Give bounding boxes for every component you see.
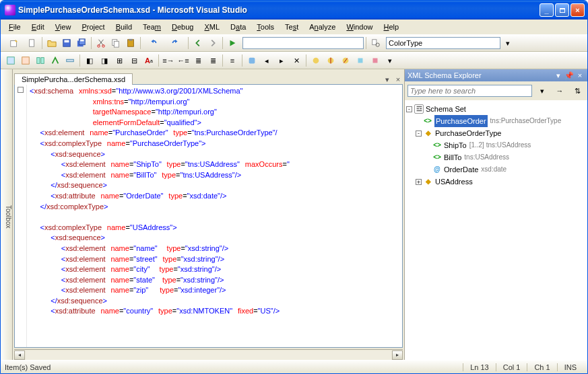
xml-tool-5[interactable] bbox=[63, 54, 77, 67]
menu-help[interactable]: Help bbox=[379, 22, 405, 32]
menu-build[interactable]: Build bbox=[110, 22, 137, 32]
clear-bookmarks-button[interactable]: ✕ bbox=[290, 54, 303, 67]
indent-button[interactable]: ≡→ bbox=[162, 54, 175, 67]
copy-button[interactable] bbox=[109, 36, 123, 50]
sort-button[interactable]: ⇅ bbox=[570, 84, 584, 98]
toolbar-standard: ▾ bbox=[1, 34, 587, 52]
toolbar-overflow-button[interactable]: ▾ bbox=[501, 36, 515, 50]
editor-area: SimplePurcha...derSchema.xsd ▾ × - <xsd:… bbox=[13, 69, 404, 360]
xml-tool-e[interactable] bbox=[368, 54, 382, 67]
new-project-button[interactable] bbox=[4, 36, 24, 50]
status-line: Ln 13 bbox=[463, 363, 496, 371]
code-editor[interactable]: - <xsd:schema xmlns:xsd="http://www.w3.o… bbox=[14, 84, 403, 348]
menu-team[interactable]: Team bbox=[137, 22, 166, 32]
schema-tree[interactable]: -☲Schema Set <>PurchaseOrdertns:Purchase… bbox=[405, 100, 587, 360]
xml-tool-10[interactable]: Aa bbox=[142, 54, 156, 67]
svg-point-21 bbox=[313, 58, 319, 64]
menu-tools[interactable]: Tools bbox=[251, 22, 280, 32]
minimize-button[interactable]: _ bbox=[540, 3, 554, 17]
menu-debug[interactable]: Debug bbox=[166, 22, 199, 32]
save-button[interactable] bbox=[60, 36, 73, 50]
undo-button[interactable] bbox=[143, 36, 164, 50]
nav-forward-button[interactable] bbox=[206, 36, 220, 50]
menu-edit[interactable]: Edit bbox=[26, 22, 50, 32]
menu-test[interactable]: Test bbox=[280, 22, 304, 32]
xml-tool-d[interactable] bbox=[354, 54, 367, 67]
xml-tool-2[interactable] bbox=[19, 54, 32, 67]
toolbar2-overflow-button[interactable]: ▾ bbox=[383, 54, 397, 67]
add-item-button[interactable] bbox=[26, 36, 39, 50]
xml-schema-explorer-panel: XML Schema Explorer ▾ 📌 × ▾ → ⇅ -☲Schema… bbox=[404, 69, 587, 360]
xml-tool-6[interactable]: ◧ bbox=[83, 54, 96, 67]
xml-tool-a[interactable] bbox=[309, 54, 323, 67]
close-button[interactable]: × bbox=[570, 3, 585, 17]
tree-node-shipto[interactable]: <>ShipTo[1..2] tns:USAddress bbox=[406, 139, 586, 151]
status-ch: Ch 1 bbox=[527, 363, 556, 371]
search-dropdown-button[interactable]: ▾ bbox=[535, 84, 549, 98]
xml-tool-3[interactable] bbox=[34, 54, 47, 67]
redo-button[interactable] bbox=[165, 36, 185, 50]
panel-pin-button[interactable]: 📌 bbox=[564, 71, 574, 80]
document-tab[interactable]: SimplePurcha...derSchema.xsd bbox=[14, 73, 133, 85]
menu-data[interactable]: Data bbox=[225, 22, 251, 32]
save-all-button[interactable] bbox=[75, 36, 88, 50]
tree-node-purchaseorder[interactable]: <>PurchaseOrdertns:PurchaseOrderType bbox=[406, 115, 586, 127]
maximize-button[interactable] bbox=[555, 3, 569, 17]
format-button[interactable]: ≡ bbox=[226, 54, 239, 67]
find-in-files-button[interactable] bbox=[369, 36, 383, 50]
menu-xml[interactable]: XML bbox=[199, 22, 225, 32]
paste-button[interactable] bbox=[124, 36, 137, 50]
nav-back-button[interactable] bbox=[191, 36, 205, 50]
xml-tool-9[interactable]: ⊟ bbox=[127, 54, 141, 67]
tree-node-purchaseordertype[interactable]: -◆PurchaseOrderType bbox=[406, 127, 586, 139]
xml-tool-4[interactable] bbox=[48, 54, 62, 67]
horizontal-scrollbar[interactable]: ◂ ▸ bbox=[14, 349, 403, 360]
menu-window[interactable]: Window bbox=[341, 22, 378, 32]
next-bookmark-button[interactable]: ▸ bbox=[275, 54, 288, 67]
svg-rect-16 bbox=[22, 57, 30, 65]
tree-node-schema-set[interactable]: -☲Schema Set bbox=[406, 103, 586, 115]
outline-gutter[interactable]: - bbox=[15, 85, 27, 347]
menu-project[interactable]: Project bbox=[76, 22, 110, 32]
xml-tool-1[interactable] bbox=[4, 54, 18, 67]
scroll-left-button[interactable]: ◂ bbox=[14, 350, 25, 360]
menu-file[interactable]: File bbox=[3, 22, 26, 32]
scroll-right-button[interactable]: ▸ bbox=[392, 350, 403, 360]
titlebar[interactable]: SimplePurchaseOrderSchema.xsd - Microsof… bbox=[1, 1, 587, 20]
cut-button[interactable] bbox=[94, 36, 108, 50]
svg-rect-17 bbox=[37, 58, 40, 64]
menu-analyze[interactable]: Analyze bbox=[304, 22, 341, 32]
svg-rect-15 bbox=[7, 57, 15, 65]
tree-node-orderdate[interactable]: @OrderDatexsd:date bbox=[406, 163, 586, 176]
search-go-button[interactable]: → bbox=[553, 84, 566, 98]
comment-button[interactable]: ≣ bbox=[191, 54, 205, 67]
toolbox-tab[interactable]: Toolbox bbox=[1, 69, 13, 360]
xml-tool-b[interactable] bbox=[324, 54, 337, 67]
svg-rect-25 bbox=[373, 59, 378, 63]
tree-node-usaddress[interactable]: +◆USAddress bbox=[406, 176, 586, 188]
panel-close-button[interactable]: × bbox=[575, 71, 585, 80]
menubar: File Edit View Project Build Team Debug … bbox=[1, 20, 587, 34]
menu-view[interactable]: View bbox=[50, 22, 77, 32]
tab-close-button[interactable]: × bbox=[393, 75, 403, 84]
svg-rect-1 bbox=[30, 40, 34, 47]
uncomment-button[interactable]: ≣ bbox=[206, 54, 220, 67]
main-window: SimplePurchaseOrderSchema.xsd - Microsof… bbox=[0, 0, 588, 374]
tab-dropdown-button[interactable]: ▾ bbox=[383, 75, 392, 84]
panel-header[interactable]: XML Schema Explorer ▾ 📌 × bbox=[405, 69, 587, 81]
open-button[interactable] bbox=[45, 36, 59, 50]
tree-node-billto[interactable]: <>BillTotns:USAddress bbox=[406, 151, 586, 163]
prev-bookmark-button[interactable]: ◂ bbox=[260, 54, 273, 67]
find-combo[interactable] bbox=[386, 37, 500, 49]
app-icon bbox=[5, 5, 15, 15]
xml-tool-7[interactable]: ◨ bbox=[98, 54, 111, 67]
code-text[interactable]: <xsd:schema xmlns:xsd="http://www.w3.org… bbox=[27, 85, 402, 347]
solution-config-combo[interactable] bbox=[242, 37, 364, 49]
outdent-button[interactable]: ←≡ bbox=[176, 54, 190, 67]
xml-tool-c[interactable] bbox=[339, 54, 352, 67]
xml-tool-8[interactable]: ⊞ bbox=[112, 54, 126, 67]
start-debug-button[interactable] bbox=[226, 36, 239, 50]
panel-dropdown-button[interactable]: ▾ bbox=[554, 71, 563, 80]
schema-search-input[interactable] bbox=[407, 85, 532, 97]
bookmark-button[interactable] bbox=[245, 54, 259, 67]
